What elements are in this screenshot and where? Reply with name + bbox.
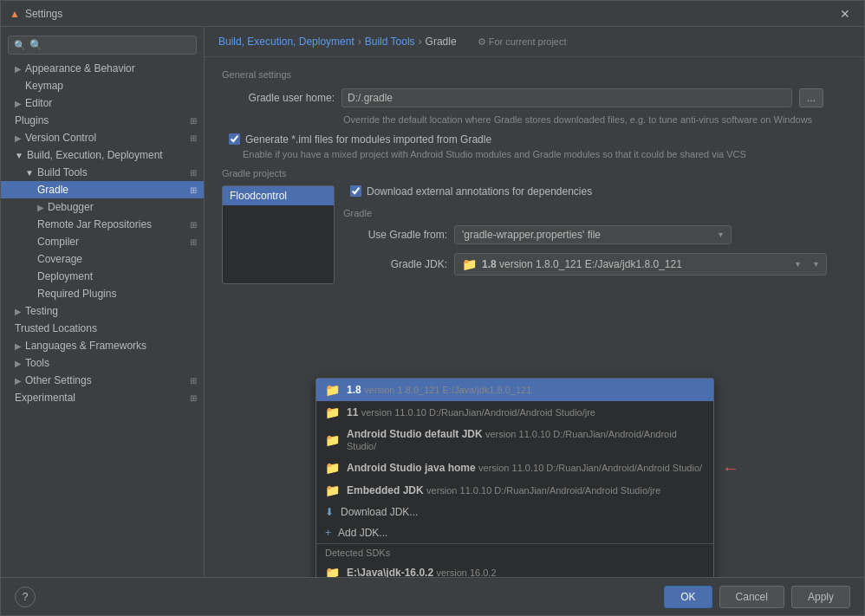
- sidebar-item-trusted-locations[interactable]: Trusted Locations: [1, 320, 204, 337]
- expand-icon: ▶: [15, 376, 22, 386]
- os-icon: ⊞: [190, 376, 197, 386]
- dropdown-action-download[interactable]: ⬇ Download JDK...: [316, 502, 713, 522]
- plugin-icon: ⊞: [190, 116, 197, 126]
- dropdown-item-android-java-home[interactable]: 📁 Android Studio java home version 11.0.…: [316, 457, 713, 479]
- exp-icon: ⊞: [190, 393, 197, 403]
- cancel-button[interactable]: Cancel: [719, 586, 784, 608]
- rjr-icon: ⊞: [190, 220, 197, 230]
- sidebar-item-label: Testing: [25, 305, 58, 317]
- sidebar-item-label: Required Plugins: [37, 288, 116, 300]
- dropdown-item-android-default[interactable]: 📁 Android Studio default JDK version 11.…: [316, 424, 713, 457]
- breadcrumb: Build, Execution, Deployment › Build Too…: [205, 27, 864, 57]
- sidebar-item-remote-jar[interactable]: Remote Jar Repositories ⊞: [1, 216, 204, 233]
- gradle-projects-title: Gradle projects: [222, 168, 847, 178]
- download-jdk-label: Download JDK...: [341, 506, 418, 518]
- download-annotations-checkbox[interactable]: [350, 185, 361, 197]
- download-icon: ⬇: [325, 506, 334, 518]
- download-annotations-row: Download external annotations for depend…: [350, 185, 847, 198]
- sidebar-item-label: Plugins: [15, 114, 49, 126]
- gradle-jdk-select-wrapper: 📁 1.8 version 1.8.0_121 E:/Java/jdk1.8.0…: [454, 253, 827, 276]
- gradle-user-home-input[interactable]: [341, 88, 792, 107]
- breadcrumb-note: ⚙ For current project: [478, 36, 567, 48]
- project-list: Floodcontrol: [222, 185, 335, 284]
- breadcrumb-build-tools[interactable]: Build Tools: [365, 36, 415, 48]
- sidebar-item-label: Deployment: [37, 270, 93, 282]
- breadcrumb-build-exec[interactable]: Build, Execution, Deployment: [218, 36, 354, 48]
- app-icon: ▲: [10, 8, 20, 20]
- general-settings-title: General settings: [222, 69, 847, 80]
- search-box[interactable]: 🔍: [8, 36, 197, 55]
- sidebar-item-compiler[interactable]: Compiler ⊞: [1, 233, 204, 250]
- title-bar: ▲ Settings ✕: [1, 1, 864, 27]
- sidebar-item-label: Remote Jar Repositories: [37, 218, 152, 230]
- sidebar-item-label: Tools: [25, 357, 49, 369]
- project-item-floodcontrol[interactable]: Floodcontrol: [223, 186, 334, 205]
- gradle-user-home-row: Gradle user home: ...: [222, 88, 847, 107]
- search-input[interactable]: [29, 39, 191, 51]
- footer-buttons: OK Cancel Apply: [664, 586, 850, 608]
- gradle-icon: ⊞: [190, 185, 197, 195]
- generate-iml-hint: Enable if you have a mixed project with …: [243, 149, 847, 159]
- sidebar-item-keymap[interactable]: Keymap: [1, 77, 204, 94]
- folder-icon: 📁: [325, 483, 340, 497]
- main-content: 🔍 ▶ Appearance & Behavior Keymap ▶ Edito…: [1, 27, 864, 577]
- sidebar-item-other-settings[interactable]: ▶ Other Settings ⊞: [1, 372, 204, 389]
- sidebar-item-build-tools[interactable]: ▼ Build Tools ⊞: [1, 164, 204, 181]
- dropdown-item-embedded[interactable]: 📁 Embedded JDK version 11.0.10 D:/RuanJi…: [316, 479, 713, 502]
- jdk-folder-icon: 📁: [462, 257, 477, 271]
- help-button[interactable]: ?: [15, 587, 36, 607]
- use-gradle-select[interactable]: 'gradle-wrapper.properties' file: [454, 225, 732, 244]
- sidebar-item-tools[interactable]: ▶ Tools: [1, 354, 204, 372]
- sidebar-item-languages[interactable]: ▶ Languages & Frameworks: [1, 337, 204, 354]
- window-title: Settings: [25, 8, 62, 20]
- sidebar-item-appearance[interactable]: ▶ Appearance & Behavior: [1, 60, 204, 77]
- vc-icon: ⊞: [190, 133, 197, 143]
- sidebar-item-testing[interactable]: ▶ Testing: [1, 302, 204, 320]
- sidebar-item-debugger[interactable]: ▶ Debugger: [1, 198, 204, 216]
- sidebar-item-editor[interactable]: ▶ Editor: [1, 94, 204, 112]
- bt-icon: ⊞: [190, 168, 197, 178]
- sidebar-item-experimental[interactable]: Experimental ⊞: [1, 389, 204, 406]
- breadcrumb-sep2: ›: [419, 36, 422, 48]
- use-gradle-row: Use Gradle from: 'gradle-wrapper.propert…: [343, 225, 847, 244]
- sidebar-item-label: Keymap: [25, 80, 63, 92]
- generate-iml-checkbox[interactable]: [229, 133, 240, 145]
- use-gradle-select-wrapper: 'gradle-wrapper.properties' file: [454, 225, 732, 244]
- ok-button[interactable]: OK: [664, 586, 712, 608]
- expand-icon: ▶: [15, 64, 22, 74]
- add-icon: +: [325, 527, 331, 539]
- gradle-settings: Download external annotations for depend…: [343, 185, 847, 284]
- gradle-jdk-dropdown: 📁 1.8 version 1.8.0_121 E:/Java/jdk1.8.0…: [315, 378, 714, 577]
- dropdown-item-jdk11[interactable]: 📁 11 version 11.0.10 D:/RuanJian/Android…: [316, 401, 713, 424]
- sidebar-item-label: Build Tools: [37, 166, 88, 178]
- sidebar-item-label: Gradle: [37, 184, 68, 196]
- dropdown-item-jdk18[interactable]: 📁 1.8 version 1.8.0_121 E:/Java/jdk1.8.0…: [316, 379, 713, 401]
- settings-area: General settings Gradle user home: ... O…: [205, 57, 864, 577]
- dropdown-arrow-icon: ▼: [794, 260, 802, 269]
- sidebar-item-build-exec[interactable]: ▼ Build, Execution, Deployment: [1, 146, 204, 164]
- search-icon: 🔍: [14, 40, 26, 51]
- sidebar-item-label: Debugger: [48, 201, 94, 213]
- close-button[interactable]: ✕: [835, 5, 855, 23]
- apply-button[interactable]: Apply: [791, 586, 850, 608]
- dropdown-item-jdk16[interactable]: 📁 E:\Java\jdk-16.0.2 version 16.0.2: [316, 561, 713, 577]
- expand-icon: ▶: [15, 99, 22, 108]
- expand-icon: ▼: [25, 168, 34, 178]
- sidebar-item-gradle[interactable]: Gradle ⊞: [1, 181, 204, 198]
- expand-icon: ▶: [37, 203, 44, 212]
- folder-icon: 📁: [325, 433, 340, 447]
- sidebar-item-coverage[interactable]: Coverage: [1, 250, 204, 268]
- sidebar-item-deployment[interactable]: Deployment: [1, 268, 204, 285]
- gradle-jdk-trigger[interactable]: 📁 1.8 version 1.8.0_121 E:/Java/jdk1.8.0…: [454, 253, 827, 276]
- dropdown-action-add[interactable]: + Add JDK...: [316, 522, 713, 543]
- footer: ? OK Cancel Apply: [1, 577, 864, 615]
- folder-icon: 📁: [325, 566, 340, 577]
- generate-iml-row: Generate *.iml files for modules importe…: [229, 133, 847, 146]
- sidebar-item-required-plugins[interactable]: Required Plugins: [1, 285, 204, 302]
- android-default-label: Android Studio default JDK version 11.0.…: [347, 428, 705, 452]
- sidebar-item-plugins[interactable]: Plugins ⊞: [1, 112, 204, 129]
- gradle-section-title: Gradle: [343, 208, 847, 218]
- browse-button[interactable]: ...: [799, 88, 823, 107]
- gradle-jdk-label: Gradle JDK:: [343, 258, 447, 270]
- sidebar-item-version-control[interactable]: ▶ Version Control ⊞: [1, 129, 204, 146]
